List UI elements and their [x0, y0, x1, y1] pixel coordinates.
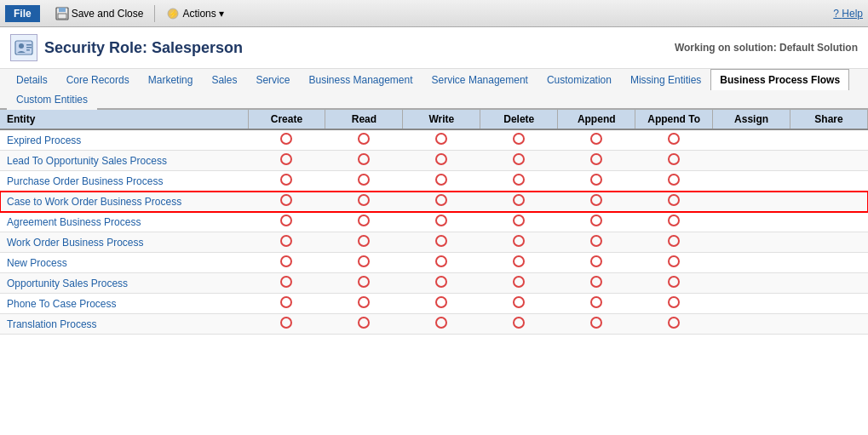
perm-cell-7[interactable]: [790, 192, 868, 212]
permission-circle[interactable]: [513, 153, 525, 165]
permission-circle[interactable]: [358, 215, 370, 226]
perm-cell-2[interactable]: [403, 212, 480, 232]
perm-cell-7[interactable]: [790, 294, 868, 314]
table-row[interactable]: New Process: [0, 253, 868, 273]
permission-circle[interactable]: [280, 276, 292, 288]
permission-circle[interactable]: [358, 296, 370, 308]
perm-cell-5[interactable]: [635, 294, 713, 314]
perm-cell-6[interactable]: [713, 129, 790, 151]
permission-circle[interactable]: [358, 153, 370, 165]
perm-cell-2[interactable]: [403, 232, 480, 253]
permission-circle[interactable]: [668, 215, 680, 226]
perm-cell-3[interactable]: [480, 273, 558, 294]
permission-circle[interactable]: [280, 317, 292, 329]
permission-circle[interactable]: [358, 276, 370, 288]
permission-circle[interactable]: [513, 174, 525, 186]
table-row[interactable]: Opportunity Sales Process: [0, 273, 868, 294]
permission-circle[interactable]: [668, 153, 680, 165]
permission-circle[interactable]: [358, 194, 370, 206]
permission-circle[interactable]: [435, 317, 447, 329]
permission-circle[interactable]: [435, 235, 447, 247]
permission-circle[interactable]: [280, 255, 292, 267]
permission-circle[interactable]: [280, 194, 292, 206]
perm-cell-5[interactable]: [635, 253, 713, 273]
permission-circle[interactable]: [280, 235, 292, 247]
table-row[interactable]: Case to Work Order Business Process: [0, 192, 868, 212]
perm-cell-4[interactable]: [558, 253, 635, 273]
table-row[interactable]: Translation Process: [0, 314, 868, 335]
perm-cell-2[interactable]: [403, 314, 480, 335]
permission-circle[interactable]: [513, 255, 525, 267]
perm-cell-4[interactable]: [558, 129, 635, 151]
perm-cell-7[interactable]: [790, 314, 868, 335]
perm-cell-1[interactable]: [325, 314, 403, 335]
table-row[interactable]: Work Order Business Process: [0, 232, 868, 253]
permission-circle[interactable]: [590, 296, 602, 308]
perm-cell-3[interactable]: [480, 192, 558, 212]
permission-circle[interactable]: [358, 133, 370, 145]
perm-cell-0[interactable]: [248, 192, 325, 212]
perm-cell-0[interactable]: [248, 314, 325, 335]
help-button[interactable]: ? Help: [833, 8, 863, 20]
perm-cell-5[interactable]: [635, 192, 713, 212]
table-row[interactable]: Purchase Order Business Process: [0, 171, 868, 192]
perm-cell-6[interactable]: [713, 151, 790, 171]
perm-cell-2[interactable]: [403, 253, 480, 273]
perm-cell-4[interactable]: [558, 232, 635, 253]
permission-circle[interactable]: [358, 255, 370, 267]
table-row[interactable]: Agreement Business Process: [0, 212, 868, 232]
perm-cell-7[interactable]: [790, 253, 868, 273]
perm-cell-2[interactable]: [403, 129, 480, 151]
perm-cell-0[interactable]: [248, 232, 325, 253]
perm-cell-3[interactable]: [480, 314, 558, 335]
perm-cell-3[interactable]: [480, 294, 558, 314]
table-row[interactable]: Expired Process: [0, 129, 868, 151]
permission-circle[interactable]: [358, 317, 370, 329]
perm-cell-6[interactable]: [713, 273, 790, 294]
permission-circle[interactable]: [668, 296, 680, 308]
perm-cell-2[interactable]: [403, 273, 480, 294]
perm-cell-4[interactable]: [558, 212, 635, 232]
permission-circle[interactable]: [435, 296, 447, 308]
perm-cell-1[interactable]: [325, 192, 403, 212]
perm-cell-1[interactable]: [325, 171, 403, 192]
permission-circle[interactable]: [590, 276, 602, 288]
permission-circle[interactable]: [280, 133, 292, 145]
perm-cell-0[interactable]: [248, 212, 325, 232]
permission-circle[interactable]: [590, 174, 602, 186]
tab-customization[interactable]: Customization: [537, 69, 621, 90]
perm-cell-1[interactable]: [325, 151, 403, 171]
perm-cell-7[interactable]: [790, 171, 868, 192]
permission-circle[interactable]: [590, 194, 602, 206]
permission-circle[interactable]: [513, 215, 525, 226]
permission-circle[interactable]: [280, 153, 292, 165]
perm-cell-1[interactable]: [325, 129, 403, 151]
perm-cell-5[interactable]: [635, 212, 713, 232]
file-button[interactable]: File: [5, 5, 40, 22]
permission-circle[interactable]: [668, 235, 680, 247]
save-and-close-button[interactable]: Save and Close: [50, 4, 149, 23]
permission-circle[interactable]: [435, 255, 447, 267]
permission-circle[interactable]: [513, 133, 525, 145]
perm-cell-7[interactable]: [790, 151, 868, 171]
permission-circle[interactable]: [280, 174, 292, 186]
perm-cell-5[interactable]: [635, 232, 713, 253]
perm-cell-5[interactable]: [635, 129, 713, 151]
permission-circle[interactable]: [513, 317, 525, 329]
permission-circle[interactable]: [668, 317, 680, 329]
perm-cell-0[interactable]: [248, 129, 325, 151]
perm-cell-6[interactable]: [713, 232, 790, 253]
perm-cell-3[interactable]: [480, 253, 558, 273]
perm-cell-7[interactable]: [790, 212, 868, 232]
perm-cell-1[interactable]: [325, 253, 403, 273]
permission-circle[interactable]: [435, 215, 447, 226]
perm-cell-6[interactable]: [713, 212, 790, 232]
permission-circle[interactable]: [435, 153, 447, 165]
permission-circle[interactable]: [435, 133, 447, 145]
table-row[interactable]: Phone To Case Process: [0, 294, 868, 314]
permission-circle[interactable]: [668, 174, 680, 186]
permission-circle[interactable]: [280, 215, 292, 226]
perm-cell-1[interactable]: [325, 232, 403, 253]
permission-circle[interactable]: [590, 235, 602, 247]
perm-cell-5[interactable]: [635, 171, 713, 192]
